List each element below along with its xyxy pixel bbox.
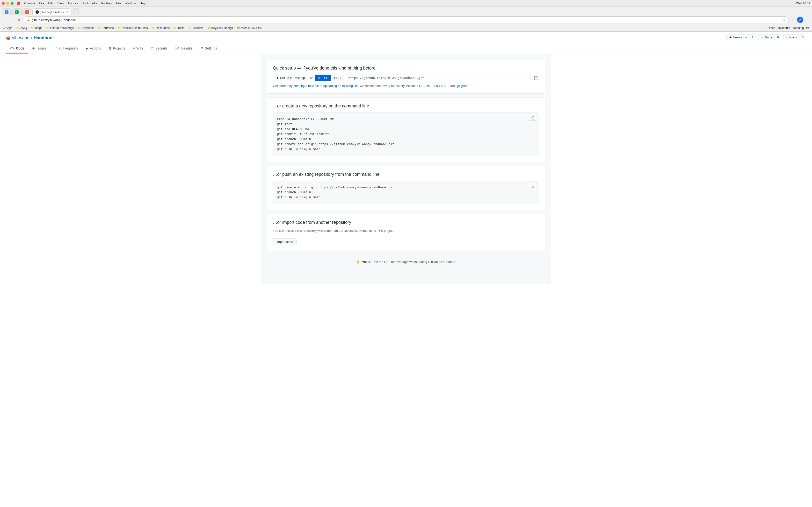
copy-url-button[interactable]: 📋 bbox=[532, 74, 539, 81]
settings-tab-label: Settings bbox=[205, 46, 217, 50]
projects-tab-label: Projects bbox=[113, 46, 125, 50]
edit-menu-item[interactable]: Edit bbox=[48, 1, 53, 5]
push-repo-code-block: git remote add origin https://github.com… bbox=[273, 181, 539, 204]
bookmark-tutorials-label: Tutorials bbox=[192, 26, 203, 30]
tab-security[interactable]: 🛡 Security bbox=[147, 44, 171, 54]
view-menu-item[interactable]: View bbox=[57, 1, 64, 5]
folder-icon-6: 📁 bbox=[118, 26, 121, 30]
star-button[interactable]: ☆ Star ▾ bbox=[758, 35, 774, 40]
chrome-menu-item[interactable]: Chrome bbox=[24, 1, 35, 5]
https-button[interactable]: HTTPS bbox=[315, 74, 331, 81]
tab-code[interactable]: </> Code bbox=[6, 44, 28, 54]
unwatch-count[interactable]: 1 bbox=[749, 35, 756, 40]
readme-link[interactable]: README bbox=[419, 84, 433, 88]
bookmark-keycloak[interactable]: 📁 Keycloak bbox=[77, 26, 95, 30]
bookmark-amq-label: AMQ bbox=[20, 26, 27, 30]
star-icon[interactable]: ☆ bbox=[783, 18, 785, 22]
maximize-button[interactable] bbox=[11, 2, 13, 5]
bookmark-keycloak-design[interactable]: 🔑 Keycloak Design bbox=[206, 26, 234, 30]
bookmark-blogs[interactable]: 📁 Blogs bbox=[30, 26, 43, 30]
active-browser-tab[interactable]: ● yih-wang/Handbook ✕ bbox=[33, 8, 71, 15]
fork-label: Fork bbox=[789, 36, 794, 39]
fork-button[interactable]: ⑂ Fork ▾ bbox=[783, 35, 799, 40]
bookmark-github-knowledge[interactable]: 📁 Github Knowledge bbox=[45, 26, 75, 30]
back-button[interactable]: ‹ bbox=[2, 17, 8, 23]
import-code-button[interactable]: Import code bbox=[273, 238, 297, 245]
browser-tab-new[interactable]: + bbox=[71, 8, 79, 15]
window-menu-item[interactable]: Window bbox=[124, 1, 136, 5]
push-repo-title: …or push an existing repository from the… bbox=[273, 172, 539, 177]
repo-owner-link[interactable]: yih-wang bbox=[12, 36, 30, 41]
ssh-button[interactable]: SSH bbox=[331, 74, 344, 81]
code-tab-label: Code bbox=[16, 46, 24, 50]
folder-icon-7: 📁 bbox=[152, 26, 155, 30]
bookmark-keycloak-design-label: Keycloak Design bbox=[211, 26, 233, 30]
profile-icon[interactable]: A bbox=[797, 17, 803, 23]
fork-count[interactable]: 0 bbox=[799, 35, 806, 40]
bookmark-reading-list[interactable]: Reading List bbox=[792, 26, 810, 30]
hint-or: or bbox=[319, 84, 323, 88]
browser-tab-inactive-3[interactable]: K bbox=[22, 8, 32, 15]
history-menu-item[interactable]: History bbox=[68, 1, 78, 5]
creating-new-file-link[interactable]: creating a new file bbox=[293, 84, 319, 88]
tab-pull-requests[interactable]: ⇄ Pull requests bbox=[50, 44, 82, 54]
tab-actions[interactable]: ▶ Actions bbox=[82, 44, 105, 54]
tab-insights[interactable]: 📈 Insights bbox=[171, 44, 196, 54]
pr-icon: ⇄ bbox=[54, 46, 57, 50]
bookmark-redhat[interactable]: 📁 RedHat Useful Sites bbox=[117, 26, 149, 30]
tab-menu-item[interactable]: Tab bbox=[115, 1, 120, 5]
close-tab-icon[interactable]: ✕ bbox=[66, 11, 68, 13]
folder-icon-8: 📁 bbox=[173, 26, 177, 30]
gitignore-link[interactable]: .gitignore bbox=[456, 84, 468, 88]
forward-button[interactable]: › bbox=[9, 17, 15, 23]
minimize-button[interactable] bbox=[6, 2, 9, 5]
hint-period: . bbox=[469, 84, 469, 88]
bookmark-apps[interactable]: ⊞ Apps bbox=[2, 26, 13, 30]
bookmark-other[interactable]: Other Bookmarks bbox=[767, 26, 791, 30]
tab-issues[interactable]: ⊙ Issues bbox=[28, 44, 50, 54]
help-menu-item[interactable]: Help bbox=[140, 1, 146, 5]
tab-bar: K S K ● yih-wang/Handbook ✕ + bbox=[0, 7, 812, 15]
address-bar[interactable]: 🔒 github.com/yih-wang/Handbook ☆ bbox=[24, 16, 789, 23]
bookmark-resources-label: Resources bbox=[156, 26, 170, 30]
uploading-file-link[interactable]: uploading an existing file bbox=[323, 84, 358, 88]
unwatch-button[interactable]: 👁 Unwatch ▾ bbox=[726, 35, 749, 40]
profiles-menu-item[interactable]: Profiles bbox=[101, 1, 112, 5]
import-title: …or import code from another repository bbox=[273, 220, 539, 225]
menu-icon[interactable]: ⋮ bbox=[804, 17, 810, 23]
bookmarks-menu-item[interactable]: Bookmarks bbox=[82, 1, 97, 5]
main-content: Quick setup — if you've done this kind o… bbox=[261, 54, 551, 284]
folder-icon-3: 📁 bbox=[46, 26, 50, 30]
close-button[interactable] bbox=[2, 2, 5, 5]
bookmark-tools[interactable]: 📁 Tools bbox=[172, 26, 185, 30]
bookmark-resources[interactable]: 📁 Resources bbox=[151, 26, 170, 30]
insights-icon: 📈 bbox=[175, 46, 179, 50]
browser-tab-inactive[interactable]: K bbox=[2, 8, 12, 15]
window-controls[interactable] bbox=[2, 2, 13, 5]
browser-tab-inactive-2[interactable]: S bbox=[12, 8, 22, 15]
tab-projects[interactable]: ⊞ Projects bbox=[105, 44, 129, 54]
copy-create-code-button[interactable]: 📋 bbox=[529, 115, 537, 121]
desktop-icon: ⬇ bbox=[276, 76, 278, 80]
tab-settings[interactable]: ⚙ Settings bbox=[197, 44, 221, 54]
pro-tip-label: ProTip! bbox=[361, 260, 371, 264]
apple-menu[interactable]: 🍎 bbox=[16, 1, 20, 5]
new-tab-icon[interactable]: + bbox=[75, 10, 77, 14]
copy-push-code-button[interactable]: 📋 bbox=[529, 183, 537, 189]
reading-list-label: Reading List bbox=[793, 26, 809, 30]
paint-icon: 🎨 bbox=[237, 26, 240, 30]
bookmark-tutorials[interactable]: 📁 Tutorials bbox=[187, 26, 204, 30]
extensions-icon[interactable]: ⊞ bbox=[790, 17, 796, 23]
bookmark-amq[interactable]: 📁 AMQ bbox=[15, 26, 28, 30]
star-count[interactable]: 0 bbox=[774, 35, 781, 40]
bookmark-murals[interactable]: 🎨 Murals • MURAL bbox=[236, 26, 263, 30]
push-repo-code: git remote add origin https://github.com… bbox=[277, 185, 535, 200]
reload-button[interactable]: ↺ bbox=[16, 17, 22, 23]
repo-name-link[interactable]: Handbook bbox=[34, 36, 55, 41]
repo-url-input[interactable] bbox=[346, 74, 530, 81]
setup-desktop-button[interactable]: ⬇ Set up in Desktop bbox=[273, 74, 308, 81]
bookmark-portfolios[interactable]: 📁 Portfolios bbox=[97, 26, 115, 30]
file-menu-item[interactable]: File bbox=[39, 1, 44, 5]
tab-wiki[interactable]: ≡ Wiki bbox=[129, 44, 147, 54]
license-link[interactable]: LICENSE bbox=[434, 84, 448, 88]
